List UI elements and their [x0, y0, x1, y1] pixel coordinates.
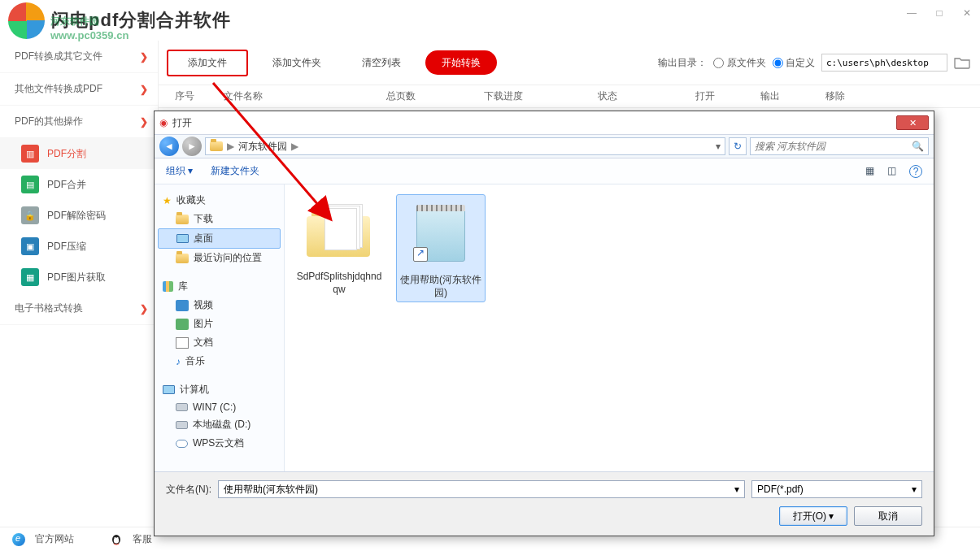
sidebar-item-unlock[interactable]: 🔒PDF解除密码: [0, 200, 158, 231]
tree-music[interactable]: ♪音乐: [158, 352, 281, 371]
sidebar-item-compress[interactable]: ▣PDF压缩: [0, 231, 158, 262]
folder-icon: [307, 205, 372, 258]
sidebar: PDF转换成其它文件❯ 其他文件转换成PDF❯ PDF的其他操作❯ ▥PDF分割…: [0, 41, 159, 527]
open-file-dialog: ◉ 打开 ✕ ◄ ► ▶ 河东软件园 ▶ ▾ ↻ 🔍 组织 ▾ 新建文件夹: [154, 111, 934, 536]
video-icon: [176, 300, 189, 311]
tree-wps-cloud[interactable]: WPS云文档: [158, 434, 281, 453]
official-site-link[interactable]: 官方网站: [35, 532, 74, 546]
desktop-icon: [176, 234, 189, 243]
output-path-input[interactable]: [821, 54, 947, 72]
svg-point-2: [114, 537, 115, 539]
chevron-right-icon: ❯: [140, 51, 148, 63]
dialog-body: ★收藏夹 下载 桌面 最近访问的位置 库 视频 图片 文档 ♪音乐 计算机 WI…: [155, 184, 934, 471]
merge-icon: ▤: [21, 176, 39, 193]
sidebar-item-split[interactable]: ▥PDF分割: [0, 138, 158, 169]
breadcrumb-segment[interactable]: 河东软件园: [238, 140, 287, 154]
notepad-shortcut-icon: [408, 205, 473, 263]
dialog-app-icon: ◉: [159, 117, 168, 128]
browse-folder-icon[interactable]: [954, 56, 970, 69]
tree-computer[interactable]: 计算机: [158, 380, 281, 399]
image-icon: ▦: [21, 268, 39, 286]
output-radio-custom[interactable]: 自定义: [773, 56, 815, 70]
tree-libraries[interactable]: 库: [158, 277, 281, 296]
sidebar-cat-convert-to[interactable]: PDF转换成其它文件❯: [0, 41, 158, 73]
cancel-button[interactable]: 取消: [854, 506, 922, 526]
file-item-shortcut[interactable]: 使用帮助(河东软件园): [396, 194, 486, 302]
maximize-button[interactable]: □: [933, 7, 946, 20]
computer-icon: [163, 385, 175, 394]
filetype-select[interactable]: PDF(*.pdf)▾: [751, 480, 922, 498]
search-icon[interactable]: 🔍: [912, 141, 924, 152]
chevron-right-icon: ❯: [140, 84, 148, 95]
sidebar-cat-other-ops[interactable]: PDF的其他操作❯: [0, 106, 158, 138]
dialog-search[interactable]: 🔍: [750, 137, 929, 155]
nav-back-button[interactable]: ◄: [159, 137, 179, 156]
window-controls: — □ ✕: [905, 7, 973, 20]
cloud-icon: [176, 440, 188, 448]
svg-point-3: [117, 537, 119, 539]
file-name: 使用帮助(河东软件园): [399, 274, 482, 299]
chevron-right-icon: ❯: [140, 116, 148, 128]
lock-icon: 🔒: [21, 206, 39, 224]
file-pane[interactable]: SdPdfSplitshjdqhndqw 使用帮助(河东软件园): [285, 184, 934, 471]
dropdown-icon[interactable]: ▾: [734, 484, 739, 495]
start-convert-button[interactable]: 开始转换: [425, 50, 497, 75]
organize-menu[interactable]: 组织 ▾: [166, 164, 193, 178]
clear-list-button[interactable]: 清空列表: [346, 50, 417, 75]
split-icon: ▥: [21, 145, 39, 163]
music-icon: ♪: [176, 356, 181, 367]
add-folder-button[interactable]: 添加文件夹: [256, 50, 338, 75]
sidebar-cat-ebook[interactable]: 电子书格式转换❯: [0, 293, 158, 325]
tree-recent[interactable]: 最近访问的位置: [158, 249, 281, 267]
view-mode-button[interactable]: ▦: [865, 165, 874, 178]
disk-icon: [176, 421, 188, 429]
file-name: SdPdfSplitshjdqhndqw: [294, 271, 384, 296]
tree-favorites[interactable]: ★收藏夹: [158, 191, 281, 210]
new-folder-button[interactable]: 新建文件夹: [211, 164, 259, 178]
library-icon: [163, 281, 173, 292]
dialog-toolbar: 组织 ▾ 新建文件夹 ▦ ◫ ?: [155, 158, 934, 184]
sidebar-item-extract-images[interactable]: ▦PDF图片获取: [0, 262, 158, 293]
customer-service-link[interactable]: 客服: [133, 532, 152, 546]
refresh-button[interactable]: ↻: [729, 137, 747, 155]
file-item-folder[interactable]: SdPdfSplitshjdqhndqw: [294, 194, 384, 296]
output-label: 输出目录：: [658, 56, 707, 70]
dialog-titlebar: ◉ 打开 ✕: [155, 111, 934, 134]
minimize-button[interactable]: —: [905, 7, 918, 20]
dialog-search-input[interactable]: [755, 141, 912, 152]
main-window: 闪电pdf分割合并软件 河东软件园 www.pc0359.cn — □ ✕ PD…: [0, 0, 980, 551]
star-icon: ★: [163, 195, 172, 206]
toolbar: 添加文件 添加文件夹 清空列表 开始转换 输出目录： 原文件夹 自定义: [159, 41, 980, 85]
nav-tree: ★收藏夹 下载 桌面 最近访问的位置 库 视频 图片 文档 ♪音乐 计算机 WI…: [155, 184, 285, 471]
recent-icon: [176, 254, 189, 263]
breadcrumb[interactable]: ▶ 河东软件园 ▶ ▾: [205, 137, 725, 155]
filename-input[interactable]: 使用帮助(河东软件园)▾: [218, 480, 745, 498]
tree-drive-d[interactable]: 本地磁盘 (D:): [158, 415, 281, 434]
open-button[interactable]: 打开(O) ▾: [779, 506, 847, 526]
qq-icon: [110, 533, 123, 546]
add-file-button[interactable]: 添加文件: [167, 50, 248, 76]
tree-desktop[interactable]: 桌面: [158, 228, 281, 249]
tree-documents[interactable]: 文档: [158, 333, 281, 352]
compress-icon: ▣: [21, 237, 39, 255]
sidebar-item-merge[interactable]: ▤PDF合并: [0, 169, 158, 200]
tree-downloads[interactable]: 下载: [158, 210, 281, 228]
output-radio-source[interactable]: 原文件夹: [713, 56, 765, 70]
sidebar-cat-convert-from[interactable]: 其他文件转换成PDF❯: [0, 73, 158, 106]
dropdown-icon: ▾: [912, 484, 917, 495]
dialog-nav: ◄ ► ▶ 河东软件园 ▶ ▾ ↻ 🔍: [155, 134, 934, 158]
nav-forward-button[interactable]: ►: [182, 137, 202, 156]
ie-icon: [12, 533, 25, 546]
folder-icon: [210, 141, 223, 151]
app-title: 闪电pdf分割合并软件: [51, 8, 231, 33]
help-button[interactable]: ?: [909, 165, 922, 178]
tree-pictures[interactable]: 图片: [158, 315, 281, 333]
close-button[interactable]: ✕: [960, 7, 973, 20]
tree-drive-c[interactable]: WIN7 (C:): [158, 399, 281, 415]
picture-icon: [176, 319, 189, 330]
dialog-close-button[interactable]: ✕: [896, 115, 929, 130]
app-logo-icon: [8, 2, 45, 39]
preview-pane-button[interactable]: ◫: [887, 165, 896, 178]
tree-videos[interactable]: 视频: [158, 296, 281, 315]
dialog-footer: 文件名(N): 使用帮助(河东软件园)▾ PDF(*.pdf)▾ 打开(O) ▾…: [155, 471, 934, 536]
